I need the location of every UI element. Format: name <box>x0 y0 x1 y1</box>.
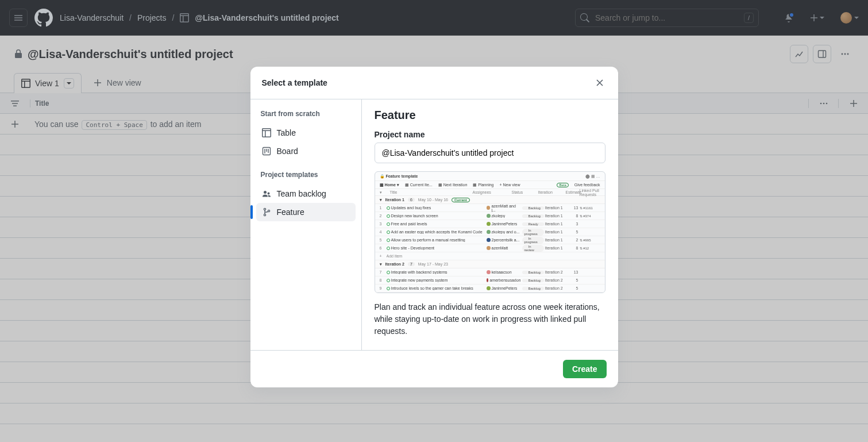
sidebar-item-label: Board <box>277 147 298 156</box>
feature-icon <box>262 207 271 217</box>
svg-point-9 <box>264 214 265 216</box>
sidebar-item-feature[interactable]: Feature <box>256 203 356 221</box>
template-title: Feature <box>375 109 605 122</box>
modal-sidebar: Start from scratch Table Board Project t… <box>250 99 362 350</box>
create-button[interactable]: Create <box>563 360 607 378</box>
sidebar-item-table[interactable]: Table <box>256 124 356 142</box>
sidebar-heading-templates: Project templates <box>256 168 356 185</box>
sidebar-item-label: Feature <box>277 207 304 217</box>
sidebar-item-board[interactable]: Board <box>256 142 356 160</box>
modal-main: Feature Project name 🔒 Feature template⬤… <box>362 99 618 350</box>
template-modal: Select a template Start from scratch Tab… <box>250 67 618 387</box>
template-description: Plan and track an individual feature acr… <box>375 301 605 337</box>
people-icon <box>262 189 271 198</box>
close-button[interactable] <box>593 76 607 90</box>
modal-title: Select a template <box>262 78 327 87</box>
sidebar-item-team-backlog[interactable]: Team backlog <box>256 185 356 203</box>
close-icon <box>595 78 604 87</box>
sidebar-item-label: Team backlog <box>277 189 326 198</box>
svg-point-8 <box>264 208 265 210</box>
project-name-label: Project name <box>375 130 605 139</box>
project-name-input[interactable] <box>375 143 605 163</box>
template-preview: 🔒 Feature template⬤ ▦ …▦ Home ▾▦ Current… <box>375 171 605 293</box>
table-icon <box>262 128 271 137</box>
sidebar-heading-scratch: Start from scratch <box>256 107 356 124</box>
board-icon <box>262 147 271 156</box>
sidebar-item-label: Table <box>277 128 296 137</box>
modal-overlay[interactable]: Select a template Start from scratch Tab… <box>0 0 868 442</box>
